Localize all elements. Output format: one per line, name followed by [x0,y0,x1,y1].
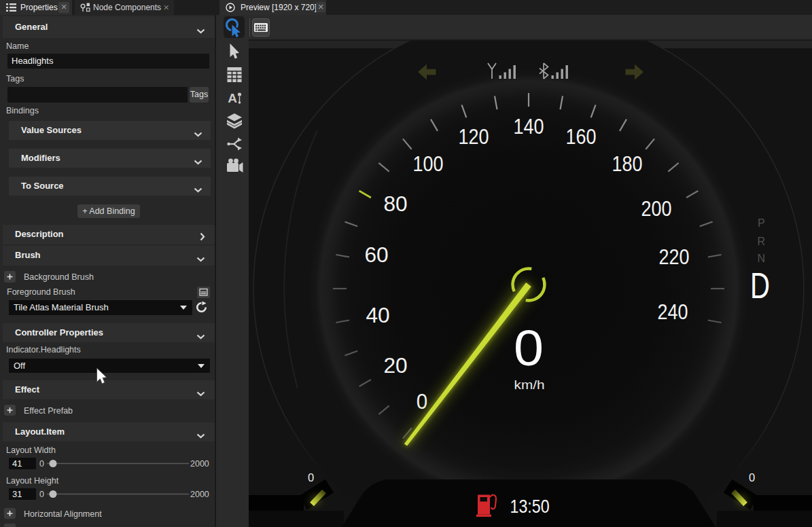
svg-text:N: N [758,253,766,264]
svg-text:A: A [228,91,237,105]
svg-text:80: 80 [383,192,407,216]
svg-text:220: 220 [659,245,690,269]
svg-text:13:50: 13:50 [510,496,550,517]
svg-text:60: 60 [364,243,388,267]
svg-text:180: 180 [612,152,643,176]
svg-text:0: 0 [749,471,755,484]
svg-text:D: D [750,266,770,306]
svg-text:0: 0 [514,320,544,376]
svg-text:0: 0 [308,471,314,484]
svg-text:R: R [758,236,766,247]
svg-text:P: P [758,217,765,229]
svg-text:240: 240 [658,300,688,324]
svg-text:km/h: km/h [514,378,545,392]
svg-text:200: 200 [641,197,672,221]
svg-text:100: 100 [413,152,444,176]
svg-text:120: 120 [459,125,489,149]
svg-text:140: 140 [514,115,544,139]
svg-text:160: 160 [566,125,597,149]
svg-text:40: 40 [366,304,389,327]
svg-text:20: 20 [383,354,407,378]
